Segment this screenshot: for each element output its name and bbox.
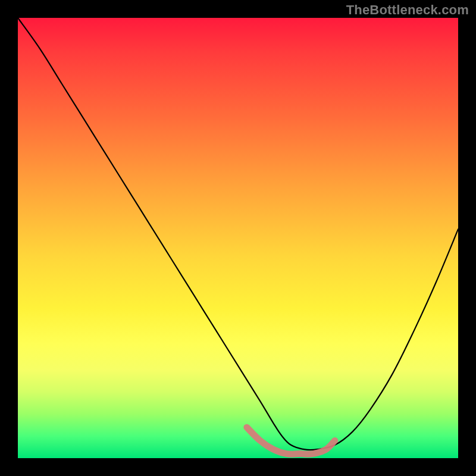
chart-frame: TheBottleneck.com (0, 0, 476, 476)
plot-area (18, 18, 458, 458)
bottleneck-curve (18, 18, 458, 450)
watermark-label: TheBottleneck.com (346, 2, 469, 18)
curve-layer (18, 18, 458, 458)
optimal-range-marker (247, 427, 335, 454)
